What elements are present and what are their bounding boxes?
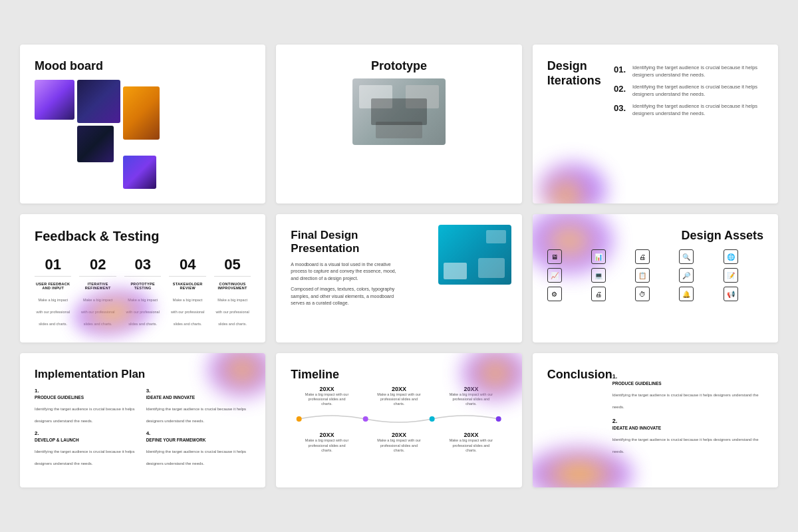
iterations-list: 01. Identifying the target audience is c… <box>614 65 763 122</box>
tl-year-b1: 20XX Make a big impact with our professi… <box>304 432 350 452</box>
svg-point-1 <box>363 416 368 422</box>
slide-implementation-plan: Implementation Plan 1. Produce Guideline… <box>20 353 265 487</box>
asset-icon-2: 📊 <box>591 249 606 264</box>
tl-year-2: 20XX Make a big impact with our professi… <box>376 386 422 406</box>
conclusion-list: 1. Produce Guidelines Identifying the ta… <box>612 373 763 462</box>
asset-icon-11: ⚙ <box>547 287 562 301</box>
step-desc-5: Make a big impact with our professional … <box>215 298 249 326</box>
iter-item-3: 03. Identifying the target audience is c… <box>614 103 763 117</box>
slide-prototype: Prototype <box>276 45 521 203</box>
step-label-5: Continuous Improvement <box>214 282 251 290</box>
tl-year-b2: 20XX Make a big impact with our professi… <box>376 432 422 452</box>
fdp-body-1: A moodboard is a visual tool used in the… <box>291 261 397 283</box>
slide-6-title: Design Assets <box>547 229 763 243</box>
slide-4-title: Feedback & Testing <box>35 229 251 244</box>
step-num-4: 04 <box>169 256 205 273</box>
mood-img-3 <box>77 80 120 123</box>
step-num-3: 03 <box>124 256 161 273</box>
step-label-1: User Feedback and Input <box>35 282 71 290</box>
asset-icon-7: 💻 <box>591 268 606 283</box>
asset-icon-12: 🖨 <box>591 287 606 301</box>
iter-num-1: 01. <box>614 65 627 74</box>
asset-icon-3: 🖨 <box>635 249 650 264</box>
asset-icon-6: 📈 <box>547 268 562 283</box>
step-divider-1 <box>35 276 71 277</box>
impl-text-1: Identifying the target audience is cruci… <box>35 407 134 423</box>
slide-design-iterations: Design Iterations 01. Identifying the ta… <box>533 45 778 203</box>
step-divider-2 <box>79 276 116 277</box>
asset-icon-15: 📢 <box>724 287 738 301</box>
mood-img-2 <box>123 86 160 140</box>
step-num-2: 02 <box>79 256 116 273</box>
asset-icon-9: 🔎 <box>679 268 694 283</box>
mood-img-4 <box>123 156 156 189</box>
step-num-1: 01 <box>35 256 71 273</box>
iter-num-2: 02. <box>614 84 627 94</box>
asset-icon-8: 📋 <box>635 268 650 283</box>
concl-text-2: Identifying the target audience is cruci… <box>612 438 759 454</box>
slide-5-title: Final Design Presentation <box>291 229 397 256</box>
mood-img-1 <box>35 80 74 120</box>
tl-year-b3: 20XX Make a big impact with our professi… <box>448 432 494 452</box>
concl-item-2: 2. Ideate and Innovate Identifying the t… <box>612 418 763 456</box>
iter-item-2: 02. Identifying the target audience is c… <box>614 84 763 98</box>
impl-col-left: 1. Produce Guidelines Identifying the ta… <box>35 388 140 473</box>
impl-item-2: 2. Develop & Launch Identifying the targ… <box>35 430 140 467</box>
iter-text-3: Identifying the target audience is cruci… <box>632 103 763 117</box>
slides-grid: Mood board Prototype Design Iterations <box>20 45 778 487</box>
step-divider-5 <box>214 276 251 277</box>
step-num-5: 05 <box>214 256 251 273</box>
impl-num-1: 1. <box>35 388 140 394</box>
iter-num-3: 03. <box>614 103 627 113</box>
asset-icon-13: ⏱ <box>635 287 650 301</box>
slide-feedback-testing: Feedback & Testing 01 User Feedback and … <box>20 214 265 342</box>
step-4: 04 Stakeholder Review Make a big impact … <box>169 256 205 328</box>
iter-text-2: Identifying the target audience is cruci… <box>632 84 763 98</box>
prototype-image <box>352 78 446 145</box>
step-divider-3 <box>124 276 161 277</box>
mood-img-5 <box>77 126 114 162</box>
impl-columns: 1. Produce Guidelines Identifying the ta… <box>35 388 251 473</box>
concl-text-1: Identifying the target audience is cruci… <box>612 393 759 409</box>
step-1: 01 User Feedback and Input Make a big im… <box>35 256 71 328</box>
concl-label-1: Produce Guidelines <box>612 381 763 386</box>
impl-label-4: Define your Framework <box>146 438 251 442</box>
slide-moodboard: Mood board <box>20 45 265 203</box>
step-desc-1: Make a big impact with our professional … <box>37 298 70 326</box>
timeline-wave <box>291 409 507 429</box>
iter-text-1: Identifying the target audience is cruci… <box>632 65 763 78</box>
svg-point-3 <box>496 416 501 422</box>
concl-num-2: 2. <box>612 418 763 424</box>
fdp-body-2: Composed of images, textures, colors, ty… <box>291 286 397 307</box>
impl-col-right: 3. Ideate and Innovate Identifying the t… <box>146 388 251 473</box>
mood-images <box>35 80 181 189</box>
concl-num-1: 1. <box>612 373 763 380</box>
timeline-bottom: 20XX Make a big impact with our professi… <box>291 432 507 452</box>
step-label-4: Stakeholder Review <box>169 282 205 290</box>
impl-text-3: Identifying the target audience is cruci… <box>146 407 246 423</box>
assets-icons-grid: 🖥 📊 🖨 🔍 🌐 📈 💻 📋 🔎 📝 ⚙ 🖨 ⏱ 🔔 📢 <box>547 249 763 301</box>
slide-final-design: Final Design Presentation A moodboard is… <box>276 214 521 342</box>
fdp-image <box>438 225 511 285</box>
impl-text-2: Identifying the target audience is cruci… <box>35 450 134 466</box>
blob-decoration <box>539 164 606 203</box>
concl-label-2: Ideate and Innovate <box>612 426 763 430</box>
slide-timeline: Timeline 20XX Make a big impact with our… <box>276 353 521 487</box>
slide-design-assets: Design Assets 🖥 📊 🖨 🔍 🌐 📈 💻 📋 🔎 📝 ⚙ 🖨 ⏱ … <box>533 214 778 342</box>
slide-conclusion: Conclusion 1. Produce Guidelines Identif… <box>533 353 778 487</box>
iter-item-1: 01. Identifying the target audience is c… <box>614 65 763 78</box>
tl-year-1: 20XX Make a big impact with our professi… <box>304 386 350 406</box>
slide-9-title: Conclusion <box>547 368 612 382</box>
impl-text-4: Identifying the target audience is cruci… <box>146 450 246 466</box>
impl-label-2: Develop & Launch <box>35 438 140 442</box>
impl-num-4: 4. <box>146 430 251 436</box>
step-divider-4 <box>169 276 205 277</box>
concl-item-1: 1. Produce Guidelines Identifying the ta… <box>612 373 763 411</box>
asset-icon-1: 🖥 <box>547 249 562 264</box>
slide-3-title: Design Iterations <box>547 59 614 88</box>
step-desc-4: Make a big impact with our professional … <box>171 298 204 326</box>
asset-icon-4: 🔍 <box>679 249 694 264</box>
slide-1-title: Mood board <box>35 59 251 73</box>
impl-label-1: Produce Guidelines <box>35 395 140 400</box>
impl-item-4: 4. Define your Framework Identifying the… <box>146 430 251 467</box>
